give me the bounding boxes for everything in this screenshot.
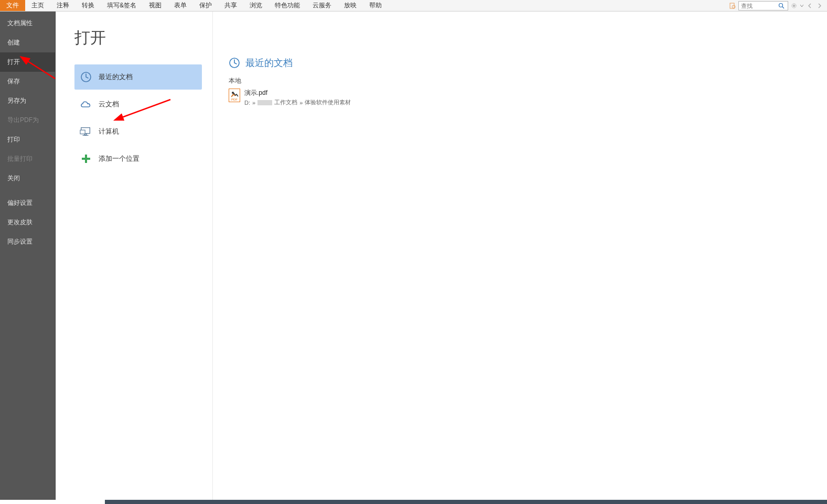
menu-home[interactable]: 主页 (25, 0, 50, 11)
menu-view[interactable]: 视图 (143, 0, 168, 11)
sidebar-item-label: 打开 (7, 58, 20, 65)
location-computer[interactable]: 计算机 (74, 119, 202, 144)
gear-icon[interactable] (790, 2, 798, 10)
menu-convert[interactable]: 转换 (76, 0, 101, 11)
recent-heading-label: 最近的文档 (245, 57, 293, 69)
menu-slideshow[interactable]: 放映 (338, 0, 363, 11)
recent-heading: 最近的文档 (229, 57, 811, 69)
svg-point-4 (792, 4, 796, 8)
menu-help[interactable]: 帮助 (363, 0, 388, 11)
nav-prev-icon[interactable] (805, 2, 814, 10)
location-label: 添加一个位置 (99, 154, 139, 163)
sidebar-item-exportpdf[interactable]: 导出PDF为 (0, 111, 55, 130)
menu-features[interactable]: 特色功能 (268, 0, 306, 11)
menu-bar: 文件 主页 注释 转换 填写&签名 视图 表单 保护 共享 浏览 特色功能 云服… (0, 0, 827, 12)
nav-next-icon[interactable] (815, 2, 824, 10)
open-locations-panel: 打开 最近的文档 云文档 计算机 (56, 12, 213, 504)
sidebar-item-create[interactable]: 创建 (0, 33, 55, 52)
svg-rect-12 (82, 158, 90, 160)
sidebar-item-label: 关闭 (7, 174, 20, 182)
sidebar-item-label: 批量打印 (7, 155, 33, 162)
clock-icon (80, 71, 92, 83)
menu-share[interactable]: 共享 (218, 0, 243, 11)
panel-title: 打开 (74, 27, 202, 49)
pdf-file-icon (229, 89, 240, 102)
menu-form[interactable]: 表单 (168, 0, 193, 11)
search-icon[interactable] (777, 2, 786, 10)
sidebar-item-label: 导出PDF为 (7, 116, 39, 124)
sidebar-item-print[interactable]: 打印 (0, 130, 55, 149)
sidebar-item-sync[interactable]: 同步设置 (0, 232, 55, 251)
redacted-segment (257, 100, 272, 105)
sidebar-item-label: 偏好设置 (7, 199, 33, 206)
sidebar-item-label: 更改皮肤 (7, 218, 33, 226)
plus-icon (80, 152, 92, 165)
chevron-down-icon[interactable] (800, 2, 804, 10)
sidebar-item-skin[interactable]: 更改皮肤 (0, 213, 55, 232)
sidebar-item-close[interactable]: 关闭 (0, 169, 55, 188)
sidebar-item-batchprint[interactable]: 批量打印 (0, 149, 55, 169)
menu-protect[interactable]: 保护 (193, 0, 218, 11)
sidebar-item-preferences[interactable]: 偏好设置 (0, 193, 55, 213)
recent-file-item[interactable]: 演示.pdf D: » 工作文档 » 体验软件使用素材 (229, 87, 811, 107)
cloud-icon (80, 98, 92, 111)
menu-fillsign[interactable]: 填写&签名 (101, 0, 143, 11)
sidebar-item-label: 打印 (7, 136, 20, 143)
clock-icon (229, 57, 240, 69)
svg-rect-10 (80, 130, 85, 134)
menu-cloud[interactable]: 云服务 (306, 0, 338, 11)
location-label: 最近的文档 (99, 72, 133, 82)
svg-line-3 (782, 7, 784, 8)
location-recent[interactable]: 最近的文档 (74, 64, 202, 90)
sidebar-item-label: 文档属性 (7, 19, 33, 27)
file-sidebar: 文档属性 创建 打开 保存 另存为 导出PDF为 打印 批量打印 关闭 偏好设置… (0, 12, 56, 504)
sidebar-item-open[interactable]: 打开 (0, 52, 55, 72)
location-label: 计算机 (99, 127, 119, 136)
location-addplace[interactable]: 添加一个位置 (74, 146, 202, 171)
sidebar-item-label: 另存为 (7, 97, 26, 104)
menu-browse[interactable]: 浏览 (243, 0, 268, 11)
find-page-icon[interactable] (728, 2, 737, 10)
sidebar-item-saveas[interactable]: 另存为 (0, 91, 55, 111)
location-cloud[interactable]: 云文档 (74, 92, 202, 117)
search-input[interactable] (739, 3, 777, 9)
sidebar-item-label: 创建 (7, 39, 20, 46)
sidebar-item-docprops[interactable]: 文档属性 (0, 14, 55, 33)
recent-docs-area: 最近的文档 本地 演示.pdf D: » 工作文档 » 体验软件使用素 (213, 12, 827, 504)
menu-comment[interactable]: 注释 (50, 0, 76, 11)
svg-point-1 (732, 5, 735, 8)
sidebar-item-save[interactable]: 保存 (0, 72, 55, 91)
status-bar (0, 500, 827, 504)
local-section-label: 本地 (229, 76, 811, 85)
recent-file-path: D: » 工作文档 » 体验软件使用素材 (244, 98, 351, 106)
svg-point-2 (779, 3, 783, 7)
menu-file[interactable]: 文件 (0, 0, 25, 11)
search-box (738, 1, 788, 10)
location-label: 云文档 (99, 100, 119, 109)
recent-file-name: 演示.pdf (244, 89, 351, 97)
sidebar-item-label: 保存 (7, 78, 20, 85)
computer-icon (80, 125, 92, 138)
svg-point-14 (232, 92, 234, 94)
sidebar-item-label: 同步设置 (7, 238, 33, 245)
svg-point-5 (793, 5, 795, 6)
